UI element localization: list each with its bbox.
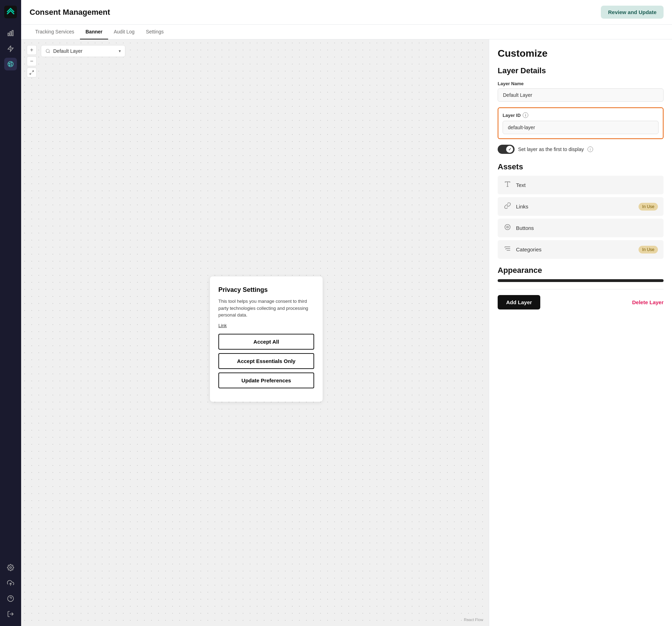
- react-flow-label: React Flow: [464, 618, 483, 622]
- layer-details-heading: Layer Details: [498, 66, 664, 75]
- sidebar: [0, 0, 21, 626]
- layer-id-section: Layer ID i: [498, 107, 664, 139]
- toggle-row: Set layer as the first to display i: [498, 145, 664, 154]
- canvas-controls: + −: [27, 45, 37, 77]
- search-icon: [45, 49, 50, 54]
- toggle-label: Set layer as the first to display: [518, 146, 584, 152]
- add-layer-button[interactable]: Add Layer: [498, 295, 540, 309]
- tab-tracking-services[interactable]: Tracking Services: [30, 25, 80, 39]
- links-in-use-badge: In Use: [639, 203, 658, 211]
- svg-point-16: [46, 49, 49, 52]
- appearance-heading: Appearance: [498, 266, 664, 275]
- layer-name-label: Layer Name: [498, 81, 664, 86]
- content-area: + − Default Layer ▾ Privacy Settings: [21, 39, 672, 626]
- tab-audit-log[interactable]: Audit Log: [108, 25, 140, 39]
- categories-icon: [503, 245, 512, 254]
- assets-heading: Assets: [498, 162, 664, 171]
- text-icon: [503, 181, 512, 189]
- appearance-bar: [498, 279, 664, 282]
- asset-row-categories[interactable]: Categories In Use: [498, 240, 664, 259]
- layer-selector[interactable]: Default Layer ▾: [41, 45, 125, 57]
- svg-line-14: [32, 71, 33, 72]
- asset-categories-label: Categories: [516, 246, 542, 252]
- svg-point-20: [505, 225, 510, 230]
- accept-all-button[interactable]: Accept All: [218, 334, 314, 350]
- svg-point-8: [9, 65, 10, 66]
- layer-id-label: Layer ID i: [503, 112, 659, 118]
- banner-preview-card: Privacy Settings This tool helps you man…: [210, 276, 323, 402]
- sidebar-help[interactable]: [4, 592, 17, 605]
- banner-link[interactable]: Link: [218, 323, 314, 328]
- zoom-in-button[interactable]: +: [27, 45, 37, 55]
- svg-rect-2: [10, 32, 11, 36]
- layer-name-input[interactable]: [498, 88, 664, 102]
- svg-line-15: [30, 73, 31, 74]
- asset-links-label: Links: [516, 204, 528, 209]
- sidebar-upload[interactable]: [4, 577, 17, 589]
- chevron-down-icon: ▾: [119, 49, 121, 54]
- toggle-info-icon[interactable]: i: [587, 146, 593, 152]
- svg-point-4: [8, 62, 13, 67]
- svg-point-7: [11, 64, 12, 65]
- delete-layer-button[interactable]: Delete Layer: [632, 299, 664, 305]
- svg-rect-1: [8, 33, 9, 36]
- first-layer-toggle[interactable]: [498, 145, 515, 154]
- categories-in-use-badge: In Use: [639, 246, 658, 253]
- sidebar-logout[interactable]: [4, 608, 17, 620]
- header: Consent Management Review and Update: [21, 0, 672, 25]
- banner-title: Privacy Settings: [218, 286, 314, 294]
- sidebar-settings[interactable]: [4, 561, 17, 574]
- svg-line-17: [49, 52, 50, 53]
- sidebar-lightning[interactable]: [4, 42, 17, 55]
- toggle-knob: [506, 146, 513, 153]
- asset-row-buttons[interactable]: Buttons: [498, 219, 664, 237]
- canvas-area: + − Default Layer ▾ Privacy Settings: [21, 39, 489, 626]
- svg-point-21: [507, 226, 509, 228]
- sidebar-cookie[interactable]: [4, 58, 17, 70]
- buttons-icon: [503, 224, 512, 232]
- asset-text-label: Text: [516, 182, 526, 188]
- svg-point-9: [10, 567, 12, 569]
- layer-id-input[interactable]: [503, 121, 659, 134]
- svg-rect-0: [4, 6, 17, 18]
- banner-description: This tool helps you manage consent to th…: [218, 298, 314, 319]
- tab-bar: Tracking Services Banner Audit Log Setti…: [21, 25, 672, 39]
- svg-rect-3: [12, 31, 13, 36]
- links-icon: [503, 202, 512, 211]
- main-content: Consent Management Review and Update Tra…: [21, 0, 672, 626]
- tab-settings[interactable]: Settings: [140, 25, 169, 39]
- svg-point-6: [11, 62, 12, 63]
- layer-id-info-icon[interactable]: i: [523, 112, 528, 118]
- page-title: Consent Management: [30, 8, 110, 17]
- accept-essentials-button[interactable]: Accept Essentials Only: [218, 353, 314, 369]
- asset-row-links[interactable]: Links In Use: [498, 197, 664, 216]
- fit-screen-button[interactable]: [27, 68, 37, 77]
- sidebar-analytics[interactable]: [4, 27, 17, 39]
- customize-heading: Customize: [498, 48, 664, 59]
- review-update-button[interactable]: Review and Update: [601, 6, 664, 19]
- update-preferences-button[interactable]: Update Preferences: [218, 373, 314, 388]
- layer-selector-value: Default Layer: [53, 48, 116, 54]
- customize-panel: Customize Layer Details Layer Name Layer…: [489, 39, 672, 626]
- panel-footer: Add Layer Delete Layer: [498, 289, 664, 309]
- zoom-out-button[interactable]: −: [27, 56, 37, 66]
- app-logo[interactable]: [4, 6, 17, 18]
- tab-banner[interactable]: Banner: [80, 25, 108, 39]
- asset-row-text[interactable]: Text: [498, 176, 664, 194]
- asset-buttons-label: Buttons: [516, 225, 534, 231]
- svg-point-5: [9, 63, 10, 64]
